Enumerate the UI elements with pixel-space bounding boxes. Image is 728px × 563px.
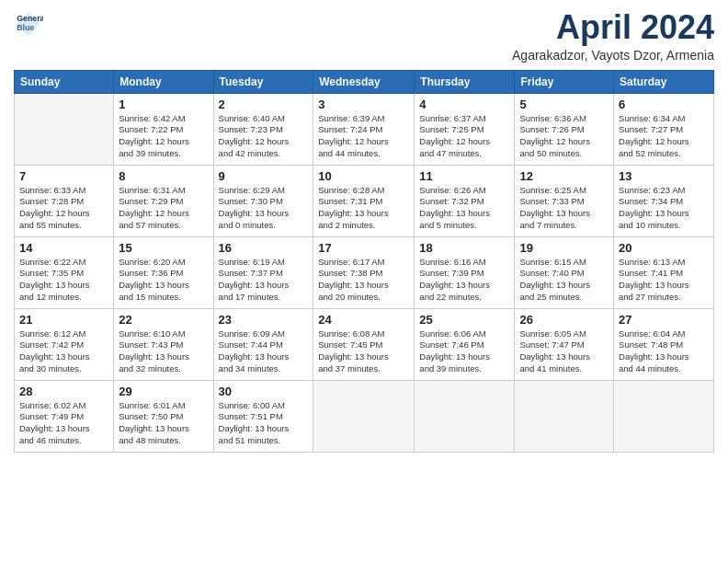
daylight-text2: and 27 minutes.	[619, 292, 709, 304]
calendar-row: 14 Sunrise: 6:22 AM Sunset: 7:35 PM Dayl…	[15, 236, 714, 308]
logo: General Blue	[14, 9, 43, 39]
daylight-text: Daylight: 13 hours	[619, 280, 709, 292]
daylight-text: Daylight: 13 hours	[119, 280, 208, 292]
daylight-text: Daylight: 13 hours	[119, 423, 208, 435]
day-number: 6	[619, 98, 709, 111]
daylight-text2: and 5 minutes.	[419, 220, 509, 232]
table-row: 20 Sunrise: 6:13 AM Sunset: 7:41 PM Dayl…	[614, 236, 714, 308]
sunset-text: Sunset: 7:23 PM	[219, 124, 309, 136]
header-monday: Monday	[114, 70, 213, 93]
sunrise-text: Sunrise: 6:05 AM	[519, 328, 609, 340]
day-number: 5	[519, 98, 609, 111]
day-number: 24	[318, 313, 409, 327]
sunset-text: Sunset: 7:43 PM	[119, 339, 208, 351]
daylight-text2: and 37 minutes.	[318, 363, 409, 375]
daylight-text2: and 44 minutes.	[318, 148, 409, 160]
sunrise-text: Sunrise: 6:12 AM	[19, 328, 108, 340]
sunset-text: Sunset: 7:50 PM	[119, 411, 208, 423]
sunset-text: Sunset: 7:39 PM	[419, 268, 509, 280]
daylight-text2: and 48 minutes.	[119, 435, 208, 447]
sunrise-text: Sunrise: 6:33 AM	[19, 185, 108, 197]
daylight-text: Daylight: 12 hours	[519, 136, 609, 148]
header-saturday: Saturday	[614, 70, 714, 93]
sunset-text: Sunset: 7:45 PM	[318, 339, 409, 351]
day-number: 7	[19, 169, 108, 183]
calendar-row: 1 Sunrise: 6:42 AM Sunset: 7:22 PM Dayli…	[15, 93, 714, 165]
table-row: 3 Sunrise: 6:39 AM Sunset: 7:24 PM Dayli…	[313, 93, 415, 165]
sunrise-text: Sunrise: 6:06 AM	[419, 328, 509, 340]
sunrise-text: Sunrise: 6:01 AM	[119, 400, 208, 412]
daylight-text: Daylight: 13 hours	[219, 423, 309, 435]
svg-text:Blue: Blue	[17, 23, 34, 32]
day-number: 16	[219, 241, 309, 255]
daylight-text: Daylight: 12 hours	[19, 208, 108, 220]
daylight-text2: and 15 minutes.	[119, 292, 208, 304]
daylight-text2: and 32 minutes.	[119, 363, 208, 375]
table-row: 1 Sunrise: 6:42 AM Sunset: 7:22 PM Dayli…	[114, 93, 213, 165]
sunset-text: Sunset: 7:24 PM	[318, 124, 409, 136]
svg-text:General: General	[17, 14, 43, 23]
daylight-text2: and 52 minutes.	[619, 148, 709, 160]
table-row	[415, 380, 515, 452]
table-row	[15, 93, 114, 165]
daylight-text2: and 2 minutes.	[318, 220, 409, 232]
daylight-text: Daylight: 13 hours	[119, 351, 208, 363]
daylight-text2: and 47 minutes.	[419, 148, 509, 160]
sunrise-text: Sunrise: 6:08 AM	[318, 328, 409, 340]
table-row: 22 Sunrise: 6:10 AM Sunset: 7:43 PM Dayl…	[114, 308, 213, 380]
day-number: 11	[419, 169, 509, 183]
sunset-text: Sunset: 7:22 PM	[119, 124, 208, 136]
page: General Blue April 2024 Agarakadzor, Vay…	[0, 0, 728, 563]
day-number: 21	[19, 313, 108, 327]
header-friday: Friday	[515, 70, 614, 93]
calendar-row: 28 Sunrise: 6:02 AM Sunset: 7:49 PM Dayl…	[15, 380, 714, 452]
sunrise-text: Sunrise: 6:00 AM	[219, 400, 309, 412]
daylight-text: Daylight: 12 hours	[318, 136, 409, 148]
sunrise-text: Sunrise: 6:25 AM	[519, 185, 609, 197]
day-number: 25	[419, 313, 509, 327]
sunrise-text: Sunrise: 6:19 AM	[219, 257, 309, 269]
header: General Blue April 2024 Agarakadzor, Vay…	[14, 9, 714, 63]
table-row: 4 Sunrise: 6:37 AM Sunset: 7:25 PM Dayli…	[415, 93, 515, 165]
daylight-text: Daylight: 13 hours	[219, 351, 309, 363]
table-row	[515, 380, 614, 452]
sunrise-text: Sunrise: 6:29 AM	[219, 185, 309, 197]
sunset-text: Sunset: 7:29 PM	[119, 196, 208, 208]
table-row: 30 Sunrise: 6:00 AM Sunset: 7:51 PM Dayl…	[213, 380, 313, 452]
sunrise-text: Sunrise: 6:39 AM	[318, 113, 409, 125]
table-row	[313, 380, 415, 452]
sunrise-text: Sunrise: 6:16 AM	[419, 257, 509, 269]
table-row: 13 Sunrise: 6:23 AM Sunset: 7:34 PM Dayl…	[614, 165, 714, 236]
day-number: 3	[318, 98, 409, 111]
sunrise-text: Sunrise: 6:15 AM	[519, 257, 609, 269]
daylight-text: Daylight: 13 hours	[219, 280, 309, 292]
daylight-text: Daylight: 12 hours	[219, 136, 309, 148]
sunset-text: Sunset: 7:40 PM	[519, 268, 609, 280]
calendar-row: 7 Sunrise: 6:33 AM Sunset: 7:28 PM Dayli…	[15, 165, 714, 236]
table-row: 14 Sunrise: 6:22 AM Sunset: 7:35 PM Dayl…	[15, 236, 114, 308]
table-row: 5 Sunrise: 6:36 AM Sunset: 7:26 PM Dayli…	[515, 93, 614, 165]
sunset-text: Sunset: 7:46 PM	[419, 339, 509, 351]
daylight-text: Daylight: 13 hours	[519, 280, 609, 292]
day-number: 9	[219, 169, 309, 183]
sunrise-text: Sunrise: 6:09 AM	[219, 328, 309, 340]
table-row	[614, 380, 714, 452]
daylight-text2: and 17 minutes.	[219, 292, 309, 304]
table-row: 23 Sunrise: 6:09 AM Sunset: 7:44 PM Dayl…	[213, 308, 313, 380]
day-number: 4	[419, 98, 509, 111]
daylight-text2: and 41 minutes.	[519, 363, 609, 375]
daylight-text2: and 0 minutes.	[219, 220, 309, 232]
day-number: 22	[119, 313, 208, 327]
sunset-text: Sunset: 7:48 PM	[619, 339, 709, 351]
sunrise-text: Sunrise: 6:22 AM	[19, 257, 108, 269]
daylight-text2: and 46 minutes.	[19, 435, 108, 447]
sunrise-text: Sunrise: 6:23 AM	[619, 185, 709, 197]
daylight-text2: and 34 minutes.	[219, 363, 309, 375]
daylight-text: Daylight: 13 hours	[519, 351, 609, 363]
sunset-text: Sunset: 7:30 PM	[219, 196, 309, 208]
sunset-text: Sunset: 7:33 PM	[519, 196, 609, 208]
table-row: 21 Sunrise: 6:12 AM Sunset: 7:42 PM Dayl…	[15, 308, 114, 380]
table-row: 15 Sunrise: 6:20 AM Sunset: 7:36 PM Dayl…	[114, 236, 213, 308]
header-tuesday: Tuesday	[213, 70, 313, 93]
day-number: 28	[19, 385, 108, 398]
